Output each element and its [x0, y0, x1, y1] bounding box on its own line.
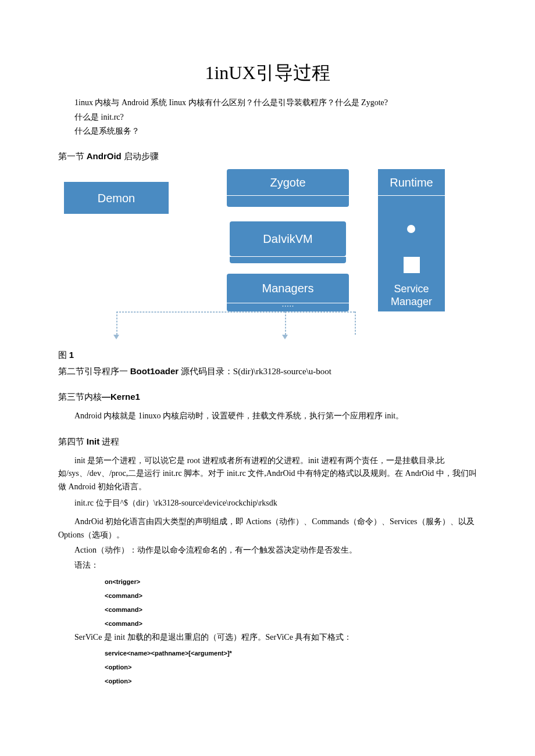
section-2-suffix: 源代码目录：S(dir)\rk3128-source\u-boot: [179, 367, 331, 376]
intro-line-1: 1inux 内核与 Android 系统 Iinux 内核有什么区别？什么是引导…: [74, 96, 477, 109]
code1-l1: on<trigger>: [105, 575, 477, 589]
section-3-bold: —Kerne1: [102, 392, 140, 402]
diagram-arrow-1: [113, 335, 119, 339]
figure-1-prefix: 图: [58, 350, 69, 360]
diagram-dash-2: [116, 311, 285, 313]
diagram-dash-3: [285, 311, 286, 335]
diagram-dash-4: [285, 311, 355, 313]
section-1-prefix: 第一节: [58, 152, 87, 161]
code-block-2: service<name><pathname>[<argument>]* <op…: [105, 646, 477, 689]
section-4-prefix: 第四节: [58, 437, 87, 446]
section-3-prefix: 第三节内核: [58, 392, 102, 402]
diagram-arrow-2: [282, 335, 288, 339]
diagram-box-zygote: Zygote: [227, 169, 349, 195]
diagram-box-dalvik: DaIvikVM: [230, 221, 346, 256]
intro-line-3: 什么是系统服务？: [74, 125, 477, 138]
diagram-dash-5: [355, 311, 356, 335]
section-4-p1: init 是第一个进程，可以说它是 root 进程或者所有进程的父进程。init…: [58, 454, 477, 493]
diagram-sep-zygote: [227, 195, 349, 207]
section-4-bold: Init: [87, 436, 100, 446]
code1-l3: <command>: [105, 603, 477, 617]
code-block-1: on<trigger> <command> <command> <command…: [105, 575, 477, 631]
android-boot-diagram: Demon Zygote DaIvikVM Managers • • • • •…: [58, 169, 477, 343]
code1-l2: <command>: [105, 589, 477, 603]
code2-l1: service<name><pathname>[<argument>]*: [105, 646, 477, 660]
section-2-header: 第二节引导程序一 Boot1oader 源代码目录：S(dir)\rk3128-…: [58, 364, 477, 378]
section-4-p2: init.rc 位于目^$（dir）\rk3128-source\device\…: [74, 497, 477, 510]
diagram-manager-label: Manager: [391, 296, 432, 309]
diagram-box-demon: Demon: [64, 182, 169, 214]
diagram-sep-managers: • • • • •: [227, 303, 349, 311]
diagram-box-service-manager: Service Manager: [378, 280, 445, 311]
section-3-body: Android 内核就是 1inuxo 内核启动时，设置硬件，挂载文件系统，执行…: [74, 410, 477, 422]
diagram-box-managers: Managers: [227, 274, 349, 303]
diagram-service-label: Service: [394, 283, 429, 296]
section-3-header: 第三节内核—Kerne1: [58, 390, 477, 404]
section-4-p4: Action（动作）：动作是以命令流程命名的，有一个触发器决定动作是否发生。: [74, 544, 477, 557]
diagram-square-icon: [404, 257, 420, 273]
code1-l4: <command>: [105, 617, 477, 630]
code2-l3: <option>: [105, 674, 477, 688]
diagram-box-runtime: Runtime: [378, 169, 445, 195]
figure-1-label: 图 1: [58, 348, 477, 362]
section-4-p3: AndrOid 初始化语言由四大类型的声明组成，即 Actions（动作）、Co…: [58, 515, 477, 542]
section-2-bold: Boot1oader: [130, 366, 179, 376]
code2-l2: <option>: [105, 660, 477, 674]
diagram-dash-1: [116, 311, 117, 335]
figure-1-bold: 1: [69, 350, 74, 360]
section-1-header: 第一节 AndrOid 启动步骤: [58, 149, 477, 163]
section-4-p5: 语法：: [74, 559, 477, 572]
diagram-runtime-column: [378, 195, 445, 280]
diagram-dot-icon: [407, 225, 415, 233]
section-1-bold: AndrOid: [87, 151, 122, 161]
section-4-suffix: 进程: [99, 437, 119, 446]
section-1-suffix: 启动步骤: [122, 152, 159, 161]
intro-line-2: 什么是 init.rc?: [74, 111, 477, 124]
section-2-prefix: 第二节引导程序一: [58, 367, 130, 376]
diagram-sep-dalvik: [230, 256, 346, 263]
section-4-p6: SerViCe 是 init 加载的和是退出重启的（可选）程序。SerViCe …: [74, 631, 477, 644]
section-4-header: 第四节 Init 进程: [58, 435, 477, 449]
page-title: 1inUX引导过程: [58, 58, 477, 88]
